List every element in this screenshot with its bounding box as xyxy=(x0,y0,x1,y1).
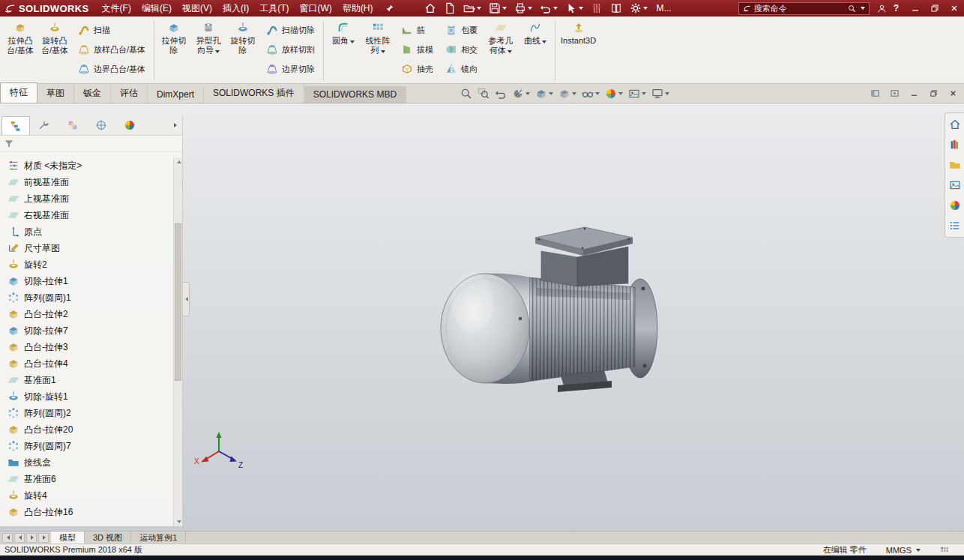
file-properties-button[interactable] xyxy=(606,0,626,16)
menu-item[interactable]: 编辑(E) xyxy=(136,1,177,16)
search-icon[interactable] xyxy=(848,4,856,13)
units-caret[interactable] xyxy=(916,549,921,552)
dropdown-caret[interactable] xyxy=(595,92,600,95)
more-menu[interactable]: M... xyxy=(651,1,677,15)
menu-item[interactable]: 视图(V) xyxy=(177,1,217,16)
display-style-button[interactable] xyxy=(558,88,576,100)
tree-item[interactable]: 凸台-拉伸4 xyxy=(0,355,173,372)
appearances-scenes-tab[interactable] xyxy=(949,199,961,211)
tree-item[interactable]: 基准面6 xyxy=(0,471,173,487)
tree-item[interactable]: 阵列(圆周)7 xyxy=(0,438,173,454)
select-button[interactable] xyxy=(561,0,587,16)
new-document-button[interactable] xyxy=(440,0,460,16)
command-tab[interactable]: 特征 xyxy=(0,82,37,103)
dropdown-caret[interactable] xyxy=(572,92,576,95)
scroll-down-button[interactable] xyxy=(174,517,182,526)
configurationmanager-tab[interactable] xyxy=(58,116,87,135)
dropdown-caret[interactable] xyxy=(502,7,507,10)
document-close-button[interactable] xyxy=(944,86,962,100)
custom-properties-tab[interactable] xyxy=(949,220,961,232)
ribbon-button[interactable]: 曲线 xyxy=(518,18,552,83)
graphics-area[interactable]: X Z 材质 <未指定>前视基准面上视基准面右视基准面原点尺寸草图旋转2切除-拉… xyxy=(0,103,964,531)
dropdown-caret[interactable] xyxy=(618,92,623,95)
featuremanager-tab[interactable] xyxy=(1,116,30,135)
bottom-tab[interactable]: 模型 xyxy=(51,532,85,544)
ribbon-button[interactable]: 参考几何体 xyxy=(483,18,518,83)
dropdown-caret[interactable] xyxy=(549,92,553,95)
ribbon-button[interactable]: 边界切除 xyxy=(264,59,317,79)
login-button[interactable] xyxy=(877,4,887,13)
taskpane-pane-button[interactable] xyxy=(885,86,903,100)
ribbon-button[interactable]: 扫描 xyxy=(76,20,148,40)
tree-tabs-overflow-button[interactable] xyxy=(172,123,182,127)
ribbon-button[interactable]: 拉伸凸台/基体 xyxy=(3,18,37,83)
tree-item[interactable]: 接线盒 xyxy=(0,454,173,471)
dropdown-caret[interactable] xyxy=(381,50,385,53)
tree-item[interactable]: 切除-拉伸1 xyxy=(0,273,173,289)
dropdown-caret[interactable] xyxy=(350,40,355,43)
command-tab[interactable]: 钣金 xyxy=(74,84,111,103)
tree-item[interactable]: 尺寸草图 xyxy=(0,240,173,256)
ribbon-button[interactable]: 相交 xyxy=(443,40,480,59)
ribbon-button[interactable]: 边界凸台/基体 xyxy=(76,59,148,79)
design-library-tab[interactable] xyxy=(949,139,961,151)
undo-button[interactable] xyxy=(536,0,561,16)
previous-view-button[interactable] xyxy=(495,88,507,100)
dropdown-caret[interactable] xyxy=(553,7,558,10)
view-palette-tab[interactable] xyxy=(949,179,961,191)
tree-item[interactable]: 凸台-拉伸3 xyxy=(0,339,173,355)
next-tab-button[interactable] xyxy=(26,533,37,543)
tree-item[interactable]: 右视基准面 xyxy=(0,207,173,223)
tree-item[interactable]: 前视基准面 xyxy=(0,174,173,190)
propertymanager-tab[interactable] xyxy=(30,116,58,135)
ribbon-button[interactable]: 异型孔向导 xyxy=(191,18,226,83)
displaymanager-tab[interactable] xyxy=(115,116,144,135)
menu-item[interactable]: 文件(F) xyxy=(97,1,136,16)
first-tab-button[interactable] xyxy=(2,533,13,543)
ribbon-button[interactable]: 拔模 xyxy=(399,40,436,59)
ribbon-button[interactable]: 线性阵列 xyxy=(361,18,395,83)
tree-item[interactable]: 旋转4 xyxy=(0,487,173,504)
tree-item[interactable]: 凸台-拉伸16 xyxy=(0,504,173,520)
section-view-button[interactable] xyxy=(512,88,530,100)
dropdown-caret[interactable] xyxy=(642,92,646,95)
search-box[interactable] xyxy=(738,2,870,15)
tree-item[interactable]: 上视基准面 xyxy=(0,190,173,207)
open-button[interactable] xyxy=(460,0,485,16)
command-tab[interactable]: DimXpert xyxy=(148,86,204,103)
command-tab[interactable]: SOLIDWORKS MBD xyxy=(304,86,406,103)
featuremanager-pane-button[interactable] xyxy=(866,86,884,100)
statusbar-options-button[interactable] xyxy=(940,546,949,555)
scrollbar-thumb[interactable] xyxy=(175,223,181,381)
tree-item[interactable]: 原点 xyxy=(0,223,173,240)
hide-show-items-button[interactable] xyxy=(582,88,600,100)
help-button[interactable]: ? xyxy=(894,3,899,13)
ribbon-button[interactable]: 圆角 xyxy=(326,18,361,83)
ribbon-button[interactable]: 放样凸台/基体 xyxy=(76,40,148,59)
tree-item[interactable]: 阵列(圆周)1 xyxy=(0,289,173,306)
close-button[interactable] xyxy=(945,0,964,16)
menu-item[interactable]: 工具(T) xyxy=(254,1,294,16)
file-explorer-tab[interactable] xyxy=(949,159,961,171)
ribbon-button[interactable]: 旋转凸台/基体 xyxy=(37,18,72,83)
tree-item[interactable]: 凸台-拉伸20 xyxy=(0,421,173,438)
zoom-area-button[interactable] xyxy=(478,88,489,100)
motor-part[interactable] xyxy=(441,227,657,392)
command-tab[interactable]: SOLIDWORKS 插件 xyxy=(204,84,304,103)
scroll-up-button[interactable] xyxy=(174,157,182,166)
minimize-button[interactable] xyxy=(906,0,925,16)
view-orientation-button[interactable] xyxy=(535,88,553,100)
tree-item[interactable]: 凸台-拉伸2 xyxy=(0,306,173,322)
rebuild-button[interactable] xyxy=(587,0,606,16)
ribbon-button[interactable]: 筋 xyxy=(399,20,436,40)
tree-item[interactable]: 阵列(圆周)2 xyxy=(0,405,173,421)
dropdown-caret[interactable] xyxy=(525,92,530,95)
bottom-tab[interactable]: 运动算例1 xyxy=(131,532,186,544)
tree-item[interactable]: 切除-旋转1 xyxy=(0,388,173,405)
document-minimize-button[interactable] xyxy=(905,86,923,100)
document-restore-button[interactable] xyxy=(924,86,942,100)
command-tab[interactable]: 评估 xyxy=(111,84,148,103)
restore-button[interactable] xyxy=(925,0,945,16)
ribbon-button[interactable]: 扫描切除 xyxy=(264,20,317,40)
dropdown-caret[interactable] xyxy=(665,92,669,95)
